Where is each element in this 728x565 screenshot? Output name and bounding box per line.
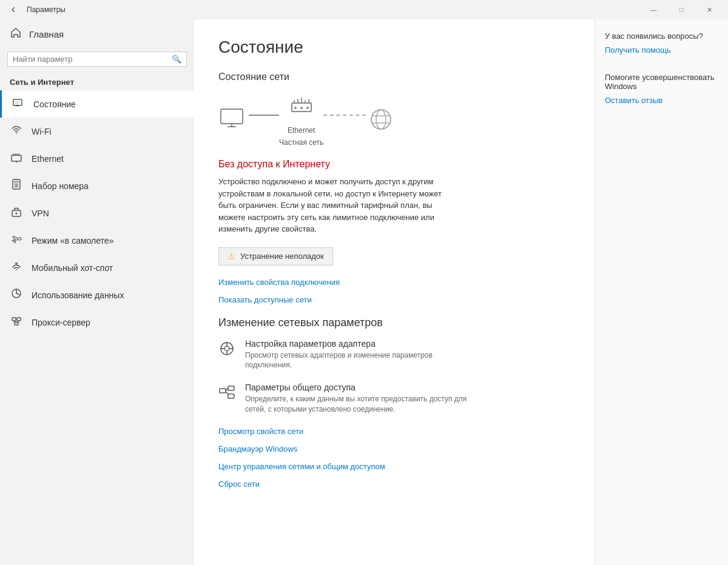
svg-rect-0 bbox=[13, 99, 22, 105]
view-network-props-link[interactable]: Просмотр свойств сети bbox=[218, 427, 570, 436]
svg-rect-27 bbox=[220, 389, 226, 393]
hotspot-icon bbox=[10, 260, 23, 275]
sidebar-item-ethernet[interactable]: Ethernet bbox=[0, 145, 194, 172]
adapter-settings-text: Настройка параметров адаптера Просмотр с… bbox=[245, 339, 476, 371]
improve-title: Помогите усовершенствовать Windows bbox=[605, 73, 718, 91]
sharing-settings-item[interactable]: Параметры общего доступа Определите, к к… bbox=[218, 383, 570, 415]
computer-icon bbox=[218, 107, 249, 135]
svg-rect-15 bbox=[12, 318, 16, 321]
show-networks-link[interactable]: Показать доступные сети bbox=[218, 295, 570, 304]
svg-point-8 bbox=[15, 186, 16, 187]
back-button[interactable] bbox=[5, 1, 22, 18]
reset-network-link[interactable]: Сброс сети bbox=[218, 480, 570, 489]
sharing-settings-title: Параметры общего доступа bbox=[245, 383, 476, 392]
svg-rect-16 bbox=[17, 318, 21, 321]
change-props-link[interactable]: Изменить свойства подключения bbox=[218, 278, 570, 287]
home-label: Главная bbox=[29, 29, 64, 39]
help-section: У вас появились вопросы? Получить помощь bbox=[605, 32, 718, 55]
router-icon bbox=[288, 95, 315, 122]
page-title: Состояние bbox=[218, 38, 570, 57]
adapter-settings-desc: Просмотр сетевых адаптеров и изменение п… bbox=[245, 350, 476, 371]
sidebar-item-ethernet-label: Ethernet bbox=[32, 154, 64, 164]
sidebar-item-datausage[interactable]: Использование данных bbox=[0, 281, 194, 309]
sidebar-home-button[interactable]: Главная bbox=[0, 19, 194, 49]
solid-line bbox=[249, 115, 279, 116]
sharing-settings-desc: Определите, к каким данным вы хотите пре… bbox=[245, 394, 476, 415]
network-status-title: Состояние сети bbox=[218, 72, 570, 82]
sidebar: Главная 🔍 Сеть и Интернет Состояние bbox=[0, 19, 194, 565]
svg-point-6 bbox=[16, 184, 17, 186]
dashed-line bbox=[323, 115, 366, 116]
sidebar-item-hotspot-label: Мобильный хот-спот bbox=[32, 263, 113, 273]
sidebar-item-wifi-label: Wi-Fi bbox=[32, 127, 52, 136]
svg-point-23 bbox=[371, 110, 391, 129]
help-title: У вас появились вопросы? bbox=[605, 32, 718, 41]
svg-point-1 bbox=[16, 133, 17, 134]
titlebar-title: Параметры bbox=[27, 5, 66, 14]
improve-link[interactable]: Оставить отзыв bbox=[605, 96, 718, 105]
svg-point-9 bbox=[16, 186, 17, 187]
computer-icon-block bbox=[218, 107, 249, 135]
help-link[interactable]: Получить помощь bbox=[605, 45, 718, 55]
sidebar-item-airplane[interactable]: Режим «в самолете» bbox=[0, 227, 194, 254]
svg-point-7 bbox=[17, 184, 18, 186]
svg-rect-2 bbox=[12, 155, 21, 161]
ethernet-icon bbox=[10, 151, 23, 166]
improve-section: Помогите усовершенствовать Windows Остав… bbox=[605, 73, 718, 105]
svg-point-24 bbox=[376, 110, 386, 129]
home-icon bbox=[10, 27, 22, 42]
svg-rect-18 bbox=[221, 109, 243, 124]
settings-section-title: Изменение сетевых параметров bbox=[218, 316, 570, 329]
sidebar-item-vpn-label: VPN bbox=[32, 209, 49, 218]
network-diagram: Ethernet Частная сеть bbox=[218, 95, 570, 147]
sidebar-section-title: Сеть и Интернет bbox=[0, 72, 194, 90]
right-panel: У вас появились вопросы? Получить помощь… bbox=[595, 19, 728, 565]
sharing-icon bbox=[218, 384, 235, 404]
sidebar-item-dialup[interactable]: Набор номера bbox=[0, 172, 194, 199]
sidebar-item-status[interactable]: Состояние bbox=[0, 90, 194, 118]
troubleshoot-label: Устранение неполадок bbox=[240, 252, 324, 261]
svg-point-26 bbox=[224, 346, 229, 351]
svg-rect-28 bbox=[228, 386, 234, 390]
network-center-link[interactable]: Центр управления сетями и общим доступом bbox=[218, 462, 570, 471]
svg-point-20 bbox=[294, 107, 297, 109]
private-network-label: Частная сеть bbox=[279, 138, 323, 147]
svg-point-21 bbox=[300, 107, 303, 109]
search-icon: 🔍 bbox=[172, 55, 181, 64]
sidebar-item-wifi[interactable]: Wi-Fi bbox=[0, 118, 194, 145]
troubleshoot-button[interactable]: ⚠ Устранение неполадок bbox=[218, 247, 333, 266]
airplane-icon bbox=[10, 233, 23, 248]
maximize-button[interactable]: □ bbox=[667, 0, 695, 19]
sidebar-item-datausage-label: Использование данных bbox=[32, 290, 124, 300]
search-input[interactable] bbox=[13, 55, 168, 64]
svg-point-5 bbox=[15, 184, 16, 186]
app-body: Главная 🔍 Сеть и Интернет Состояние bbox=[0, 19, 728, 565]
sidebar-item-vpn[interactable]: VPN bbox=[0, 199, 194, 227]
svg-rect-4 bbox=[15, 181, 18, 183]
minimize-button[interactable]: — bbox=[639, 0, 667, 19]
adapter-icon bbox=[218, 340, 235, 361]
router-icon-block: Ethernet Частная сеть bbox=[279, 95, 323, 147]
adapter-settings-title: Настройка параметров адаптера bbox=[245, 339, 476, 349]
adapter-settings-item[interactable]: Настройка параметров адаптера Просмотр с… bbox=[218, 339, 570, 371]
close-button[interactable]: ✕ bbox=[695, 0, 723, 19]
svg-point-13 bbox=[16, 269, 17, 270]
firewall-link[interactable]: Брандмауэр Windows bbox=[218, 444, 570, 453]
sidebar-item-dialup-label: Набор номера bbox=[32, 181, 89, 191]
status-description: Устройство подключено и может получить д… bbox=[218, 176, 461, 235]
svg-rect-29 bbox=[228, 394, 234, 398]
svg-point-12 bbox=[16, 213, 18, 215]
status-icon bbox=[12, 96, 25, 112]
sidebar-item-proxy[interactable]: Прокси-сервер bbox=[0, 309, 194, 336]
proxy-icon bbox=[10, 315, 23, 330]
main-content: Состояние Состояние сети bbox=[194, 19, 595, 565]
sidebar-item-hotspot[interactable]: Мобильный хот-спот bbox=[0, 254, 194, 281]
globe-icon bbox=[366, 107, 396, 135]
sidebar-item-airplane-label: Режим «в самолете» bbox=[32, 236, 113, 246]
datausage-icon bbox=[10, 287, 23, 303]
warning-icon: ⚠ bbox=[228, 252, 235, 261]
dialup-icon bbox=[10, 178, 23, 193]
search-box[interactable]: 🔍 bbox=[7, 52, 187, 67]
window-controls: — □ ✕ bbox=[639, 0, 723, 19]
internet-icon-block bbox=[366, 107, 396, 135]
